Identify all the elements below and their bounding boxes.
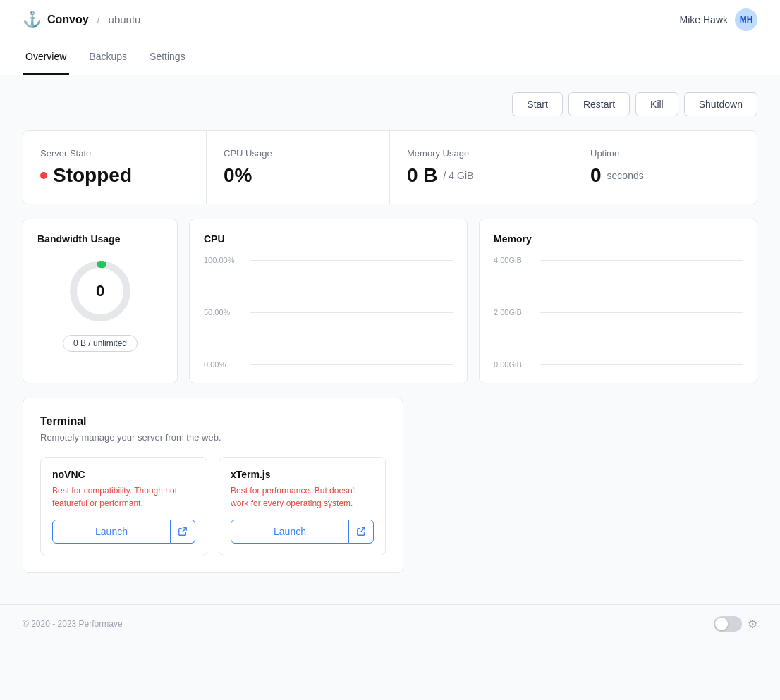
- terminal-subtitle: Remotely manage your server from the web…: [40, 432, 386, 443]
- charts-row: Bandwidth Usage 0 0 B / unlimited CPU: [23, 219, 757, 383]
- novnc-title: noVNC: [52, 469, 195, 480]
- uptime-number: 0: [590, 164, 602, 187]
- footer: © 2020 - 2023 Performave ⚙: [0, 604, 780, 643]
- server-state-text: Stopped: [53, 164, 132, 187]
- cpu-chart-area: 100.00% 50.00% 0.00%: [204, 256, 453, 369]
- header: ⚓ Convoy / ubuntu Mike Hawk MH: [0, 0, 780, 39]
- breadcrumb-separator: /: [97, 14, 100, 25]
- cpu-chart-card: CPU 100.00% 50.00% 0.00%: [189, 219, 468, 383]
- memory-grid: 4.00GiB 2.00GiB 0.00GiB: [494, 256, 743, 369]
- nav-tabs: Overview Backups Settings: [0, 39, 780, 75]
- app-name: Convoy: [47, 13, 89, 26]
- toggle-thumb: [715, 618, 728, 630]
- start-button[interactable]: Start: [512, 92, 563, 116]
- mem-label-bot: 0.00GiB: [494, 360, 535, 369]
- mem-grid-line-mid: 2.00GiB: [494, 308, 743, 317]
- donut-container: 0 0 B / unlimited: [37, 256, 163, 352]
- memory-chart-area: 4.00GiB 2.00GiB 0.00GiB: [494, 256, 743, 369]
- footer-copyright: © 2020 - 2023 Performave: [23, 619, 123, 629]
- xterm-title: xTerm.js: [231, 469, 374, 480]
- restart-button[interactable]: Restart: [568, 92, 630, 116]
- cpu-rule-bot: [250, 364, 453, 365]
- terminal-title: Terminal: [40, 415, 386, 428]
- settings-icon: ⚙: [748, 618, 757, 631]
- mem-grid-line-bot: 0.00GiB: [494, 360, 743, 369]
- mem-grid-line-top: 4.00GiB: [494, 256, 743, 264]
- cpu-usage-value: 0%: [224, 164, 372, 187]
- xterm-launch-button[interactable]: Launch: [231, 520, 349, 544]
- cpu-usage-label: CPU Usage: [224, 148, 372, 159]
- external-link-icon: [356, 527, 366, 536]
- cpu-chart-title: CPU: [204, 233, 453, 245]
- xterm-external-link-button[interactable]: [349, 520, 374, 544]
- memory-usage-text: 0 B: [407, 164, 438, 187]
- status-dot-red: [40, 172, 47, 179]
- memory-chart-title: Memory: [494, 233, 743, 245]
- xterm-launch-row: Launch: [231, 520, 374, 544]
- user-name: Mike Hawk: [680, 14, 728, 25]
- bandwidth-badge: 0 B / unlimited: [63, 335, 138, 352]
- donut-wrapper: 0: [65, 256, 135, 326]
- cpu-grid-line-top: 100.00%: [204, 256, 453, 264]
- mem-label-mid: 2.00GiB: [494, 308, 535, 317]
- cpu-usage-card: CPU Usage 0%: [207, 131, 390, 204]
- server-state-value: Stopped: [40, 164, 189, 187]
- memory-usage-card: Memory Usage 0 B / 4 GiB: [390, 131, 573, 204]
- mem-label-top: 4.00GiB: [494, 256, 535, 264]
- stats-row: Server State Stopped CPU Usage 0% Memory…: [23, 130, 757, 204]
- header-right: Mike Hawk MH: [680, 8, 757, 31]
- cpu-grid: 100.00% 50.00% 0.00%: [204, 256, 453, 369]
- shutdown-button[interactable]: Shutdown: [684, 92, 757, 116]
- tab-backups[interactable]: Backups: [86, 39, 130, 75]
- main-content: Start Restart Kill Shutdown Server State…: [0, 75, 780, 604]
- cpu-grid-line-bot: 0.00%: [204, 360, 453, 369]
- terminal-options: noVNC Best for compatibility. Though not…: [40, 457, 386, 555]
- avatar[interactable]: MH: [735, 8, 757, 31]
- cpu-label-mid: 50.00%: [204, 308, 245, 317]
- cpu-rule-top: [250, 260, 453, 261]
- novnc-external-link-button[interactable]: [171, 520, 195, 544]
- uptime-label: Uptime: [590, 148, 740, 159]
- cpu-label-top: 100.00%: [204, 256, 245, 264]
- external-link-icon: [178, 527, 188, 536]
- uptime-card: Uptime 0 seconds: [573, 131, 757, 204]
- cpu-grid-line-mid: 50.00%: [204, 308, 453, 317]
- xterm-desc: Best for performance. But doesn't work f…: [231, 484, 374, 510]
- server-state-label: Server State: [40, 148, 189, 159]
- memory-usage-label: Memory Usage: [407, 148, 556, 159]
- header-left: ⚓ Convoy / ubuntu: [23, 11, 140, 29]
- server-state-card: Server State Stopped: [23, 131, 207, 204]
- tab-overview[interactable]: Overview: [23, 39, 69, 75]
- xterm-option: xTerm.js Best for performance. But doesn…: [219, 457, 386, 555]
- tab-settings[interactable]: Settings: [147, 39, 188, 75]
- theme-toggle[interactable]: [714, 616, 742, 632]
- cpu-usage-text: 0%: [224, 164, 252, 187]
- breadcrumb-item: ubuntu: [109, 13, 141, 25]
- memory-chart-card: Memory 4.00GiB 2.00GiB 0.00GiB: [479, 219, 757, 383]
- terminal-card: Terminal Remotely manage your server fro…: [23, 398, 403, 573]
- novnc-launch-row: Launch: [52, 520, 195, 544]
- memory-usage-total: / 4 GiB: [444, 170, 474, 181]
- mem-rule-bot: [540, 364, 743, 365]
- cpu-rule-mid: [250, 312, 453, 313]
- kill-button[interactable]: Kill: [635, 92, 678, 116]
- novnc-desc: Best for compatibility. Though not featu…: [52, 484, 195, 510]
- novnc-option: noVNC Best for compatibility. Though not…: [40, 457, 207, 555]
- uptime-value: 0 seconds: [590, 164, 740, 187]
- mem-rule-top: [540, 260, 743, 261]
- toolbar: Start Restart Kill Shutdown: [23, 92, 757, 116]
- novnc-launch-button[interactable]: Launch: [52, 520, 171, 544]
- theme-toggle-wrap: ⚙: [714, 616, 757, 632]
- memory-usage-value: 0 B / 4 GiB: [407, 164, 556, 187]
- cpu-label-bot: 0.00%: [204, 360, 245, 369]
- donut-value: 0: [96, 282, 104, 300]
- bandwidth-card: Bandwidth Usage 0 0 B / unlimited: [23, 219, 178, 383]
- anchor-icon: ⚓: [23, 11, 42, 29]
- bandwidth-title: Bandwidth Usage: [37, 233, 163, 245]
- mem-rule-mid: [540, 312, 743, 313]
- uptime-unit: seconds: [607, 170, 644, 181]
